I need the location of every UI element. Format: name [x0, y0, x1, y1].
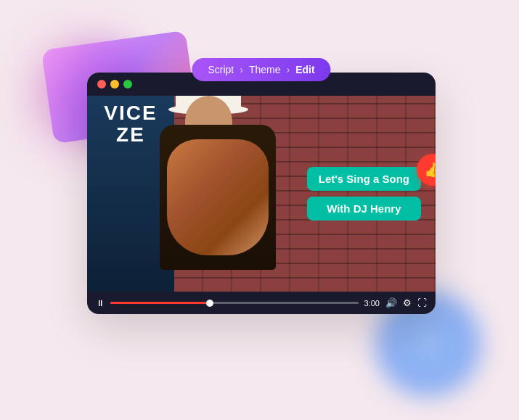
like-icon: 👍	[424, 161, 436, 178]
window-minimize-dot[interactable]	[110, 80, 119, 88]
settings-icon: ⚙	[403, 297, 412, 308]
video-controls: ⏸ 3:00 🔊 ⚙ ⛶	[87, 292, 436, 314]
breadcrumb-sep2: ›	[286, 64, 290, 75]
fullscreen-icon: ⛶	[417, 297, 427, 308]
breadcrumb: Script › Theme › Edit	[192, 58, 330, 81]
progress-fill	[110, 302, 210, 304]
person-silhouette	[145, 110, 290, 270]
breadcrumb-sep1: ›	[240, 64, 243, 75]
progress-thumb[interactable]	[206, 300, 213, 307]
breadcrumb-script[interactable]: Script	[208, 64, 234, 75]
video-background: VICE ZE Let's Sing a Song With DJ Henry …	[87, 96, 436, 292]
overlay-card-line2: With DJ Henry	[307, 197, 421, 221]
volume-icon: 🔊	[385, 297, 397, 308]
pause-button[interactable]: ⏸	[96, 298, 105, 308]
progress-bar[interactable]	[110, 302, 359, 304]
main-window: Script › Theme › Edit VICE ZE	[87, 73, 436, 314]
sign-ze: ZE	[116, 123, 145, 147]
pause-icon: ⏸	[96, 298, 105, 308]
window-maximize-dot[interactable]	[123, 80, 132, 88]
fullscreen-button[interactable]: ⛶	[417, 297, 427, 308]
window-close-dot[interactable]	[97, 80, 106, 88]
guitar	[167, 139, 269, 255]
breadcrumb-edit[interactable]: Edit	[295, 64, 314, 75]
breadcrumb-theme[interactable]: Theme	[249, 64, 281, 75]
settings-button[interactable]: ⚙	[403, 297, 412, 308]
video-overlay-texts: Let's Sing a Song With DJ Henry	[307, 167, 421, 221]
time-display: 3:00	[364, 299, 380, 308]
video-area: VICE ZE Let's Sing a Song With DJ Henry …	[87, 96, 436, 292]
overlay-card-line1: Let's Sing a Song	[307, 167, 421, 191]
volume-button[interactable]: 🔊	[385, 297, 397, 308]
